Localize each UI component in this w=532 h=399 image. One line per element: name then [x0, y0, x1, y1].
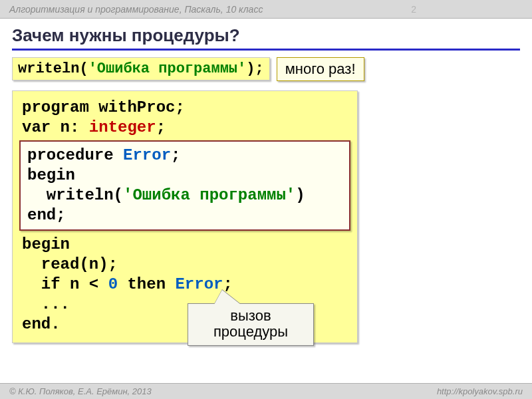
- code-text: read(n);: [22, 255, 118, 273]
- code-text: then: [118, 275, 175, 293]
- code-text: writeln(: [27, 186, 123, 204]
- code-text: ): [295, 186, 305, 204]
- footer-url: http://kpolyakov.spb.ru: [437, 386, 523, 396]
- code-string: 'Ошибка программы': [88, 61, 247, 77]
- code-text: program: [22, 98, 98, 116]
- intro-row: writeln('Ошибка программы'); много раз!: [0, 57, 532, 81]
- procedure-definition-box: procedure Error; begin writeln('Ошибка п…: [19, 140, 350, 231]
- code-type: integer: [89, 118, 156, 136]
- callout-many-times: много раз!: [277, 57, 364, 81]
- code-text: var n:: [22, 118, 89, 136]
- callout-tail-icon: [214, 290, 241, 305]
- code-text: procedure: [27, 146, 123, 164]
- code-text: );: [246, 61, 263, 77]
- code-string: 'Ошибка программы': [123, 186, 295, 204]
- callout-line: процедуры: [213, 323, 288, 340]
- code-text: ;: [175, 98, 184, 116]
- code-text: begin: [27, 166, 75, 184]
- code-text: ;: [171, 146, 180, 164]
- heading-rule: [12, 49, 520, 51]
- code-text: writeln(: [18, 61, 88, 77]
- code-text: ...: [22, 295, 70, 313]
- code-text: end;: [27, 206, 66, 224]
- code-text: end.: [22, 315, 61, 333]
- callout-line: вызов: [230, 307, 271, 324]
- top-bar: Алгоритмизация и программирование, Паска…: [0, 0, 532, 19]
- top-title: Алгоритмизация и программирование, Паска…: [9, 4, 263, 15]
- page-number: 2: [411, 4, 523, 15]
- code-number: 0: [108, 275, 118, 293]
- code-text: begin: [22, 235, 70, 253]
- copyright: © К.Ю. Поляков, Е.А. Ерёмин, 2013: [9, 386, 152, 396]
- code-procname: Error: [123, 146, 171, 164]
- code-text: withProc: [98, 98, 175, 116]
- code-text: if n <: [22, 275, 108, 293]
- callout-procedure-call: вызов процедуры: [188, 303, 314, 346]
- inline-code: writeln('Ошибка программы');: [12, 57, 270, 80]
- slide-heading: Зачем нужны процедуры?: [0, 19, 532, 49]
- footer-bar: © К.Ю. Поляков, Е.А. Ерёмин, 2013 http:/…: [0, 383, 532, 399]
- callout-bubble: вызов процедуры: [188, 303, 314, 346]
- code-text: ;: [156, 118, 166, 136]
